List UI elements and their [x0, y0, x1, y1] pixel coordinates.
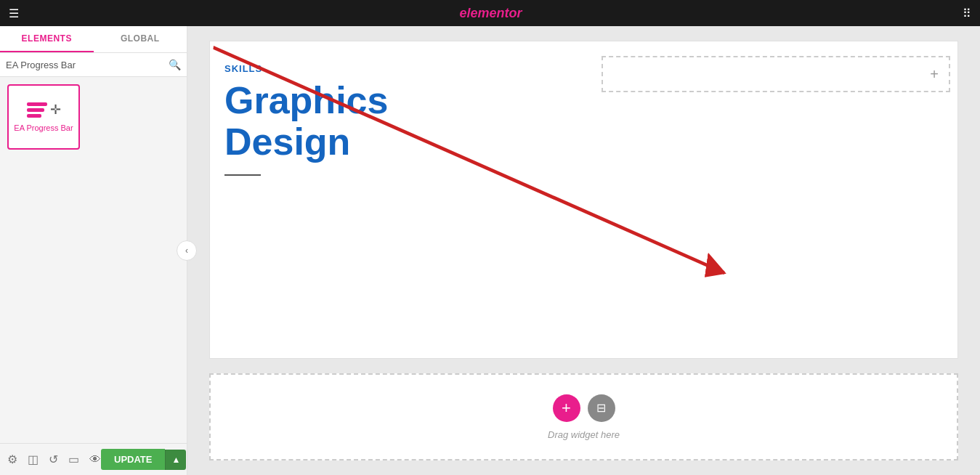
page-content: SKILLS Graphics Design +	[209, 41, 958, 359]
sidebar-collapse-button[interactable]: ‹	[177, 240, 197, 261]
responsive-icon[interactable]: ▭	[68, 452, 79, 466]
grid-icon[interactable]: ⠿	[963, 7, 971, 20]
search-icon[interactable]: 🔍	[169, 59, 181, 70]
search-input[interactable]	[6, 60, 169, 70]
drop-zone-buttons: + ⊟	[553, 394, 615, 422]
drop-zone-right[interactable]: +	[602, 56, 950, 92]
widget-card-ea-progress-bar[interactable]: ✛ EA Progress Bar	[7, 84, 80, 150]
canvas-area: SKILLS Graphics Design +	[187, 26, 980, 475]
widget-label: EA Progress Bar	[14, 123, 73, 132]
elementor-logo: elementor	[459, 6, 522, 21]
tab-global[interactable]: GLOBAL	[94, 26, 187, 52]
layers-icon[interactable]: ◫	[28, 452, 39, 466]
sidebar-tabs: ELEMENTS GLOBAL	[0, 26, 187, 53]
graphics-design-title: Graphics Design	[224, 80, 943, 163]
update-button-group: UPDATE ▲	[101, 449, 186, 470]
top-bar: ☰ elementor ⠿	[0, 0, 980, 26]
sidebar-widgets: ✛ EA Progress Bar	[0, 77, 187, 443]
title-line2: Design	[224, 121, 350, 163]
drop-zone-plus-icon: +	[930, 66, 939, 83]
tab-elements[interactable]: ELEMENTS	[0, 26, 94, 52]
history-icon[interactable]: ↺	[49, 452, 58, 466]
settings-icon[interactable]: ⚙	[7, 452, 17, 466]
divider-line	[224, 174, 261, 176]
widget-card-icons: ✛	[27, 102, 61, 118]
add-widget-button[interactable]: +	[553, 394, 580, 422]
bottom-toolbar: ⚙ ◫ ↺ ▭ 👁 UPDATE ▲	[0, 443, 187, 475]
update-dropdown-button[interactable]: ▲	[165, 450, 186, 470]
drag-widget-label: Drag widget here	[548, 429, 620, 440]
eye-icon[interactable]: 👁	[89, 453, 101, 466]
hamburger-icon[interactable]: ☰	[9, 7, 19, 20]
update-button[interactable]: UPDATE	[101, 449, 165, 470]
sidebar-search: 🔍	[0, 53, 187, 77]
toolbar-left-icons: ⚙ ◫ ↺ ▭ 👁	[7, 452, 101, 466]
progress-bar-icon	[27, 102, 47, 118]
pb-line-1	[27, 102, 47, 106]
move-icon: ✛	[50, 102, 61, 118]
template-button[interactable]: ⊟	[588, 394, 615, 422]
sidebar: ELEMENTS GLOBAL 🔍 ✛ EA Progress Bar	[0, 26, 187, 475]
main-layout: ELEMENTS GLOBAL 🔍 ✛ EA Progress Bar	[0, 26, 980, 475]
pb-line-3	[27, 114, 41, 118]
drop-zone-bottom[interactable]: + ⊟ Drag widget here	[209, 373, 958, 460]
pb-line-2	[27, 108, 44, 112]
title-line1: Graphics	[224, 79, 388, 121]
